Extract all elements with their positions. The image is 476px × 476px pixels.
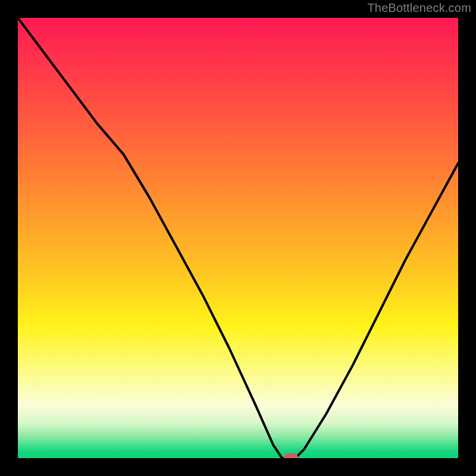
chart-frame: TheBottleneck.com [0,0,476,476]
attribution-label: TheBottleneck.com [367,1,471,15]
bottleneck-curve [18,18,458,458]
plot-area [18,18,458,458]
optimal-point-marker [284,453,298,458]
